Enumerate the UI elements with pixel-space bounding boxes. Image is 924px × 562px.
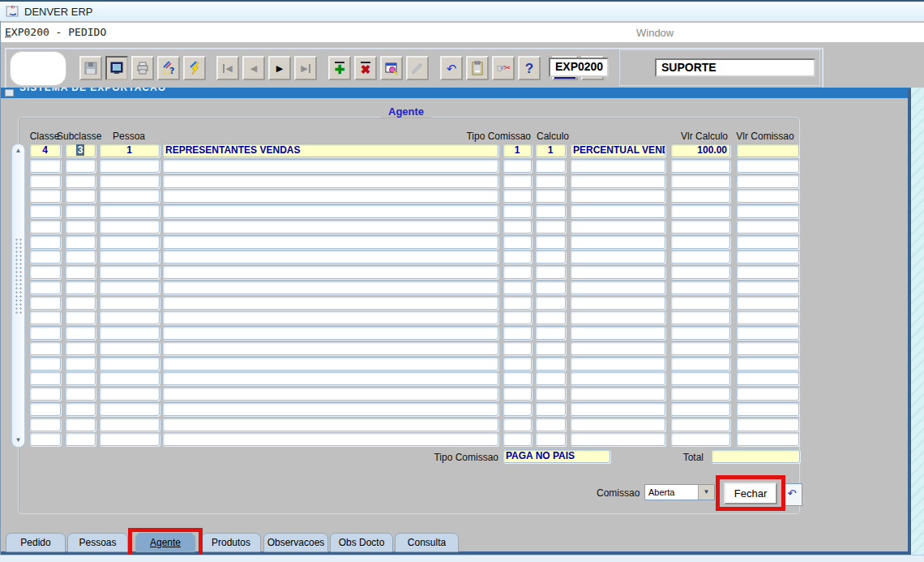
grid-cell-calculo_desc[interactable]: PERCENTUAL VENDA	[570, 144, 665, 157]
grid-cell-calculo[interactable]: 1	[535, 144, 566, 157]
grid-cell-tipo_comissao[interactable]	[503, 326, 532, 340]
grid-cell-vlr_comissao[interactable]	[736, 265, 799, 279]
grid-cell-nome[interactable]	[162, 296, 498, 310]
grid-cell-calculo_desc[interactable]	[570, 311, 665, 324]
grid-cell-vlr_comissao[interactable]	[736, 159, 799, 173]
grid-cell-calculo_desc[interactable]	[570, 174, 665, 188]
grid-cell-pessoa[interactable]	[99, 311, 160, 324]
grid-cell-classe[interactable]	[29, 418, 61, 431]
grid-cell-nome[interactable]	[162, 220, 498, 234]
grid-cell-vlr_calculo[interactable]	[670, 341, 730, 355]
grid-cell-vlr_calculo[interactable]	[670, 357, 730, 371]
grid-cell-calculo[interactable]	[535, 281, 566, 294]
grid-cell-calculo_desc[interactable]	[570, 235, 665, 249]
scrollbar-thumb[interactable]	[15, 238, 22, 315]
grid-cell-calculo_desc[interactable]	[570, 326, 665, 340]
grid-cell-classe[interactable]	[29, 341, 61, 355]
grid-cell-tipo_comissao[interactable]	[503, 250, 532, 264]
grid-cell-vlr_calculo[interactable]	[670, 432, 730, 446]
grid-cell-subclasse[interactable]	[65, 357, 96, 371]
grid-cell-nome[interactable]: REPRESENTANTES VENDAS	[162, 144, 498, 157]
grid-cell-tipo_comissao[interactable]	[503, 281, 532, 294]
grid-cell-subclasse[interactable]: 3	[65, 144, 96, 157]
scroll-down-icon[interactable]: ▼	[12, 435, 24, 446]
grid-cell-nome[interactable]	[162, 357, 498, 371]
grid-cell-vlr_calculo[interactable]	[670, 159, 730, 173]
grid-cell-subclasse[interactable]	[65, 311, 96, 324]
grid-cell-nome[interactable]	[162, 174, 498, 188]
menu-item-window[interactable]: Window	[636, 27, 674, 39]
grid-cell-calculo_desc[interactable]	[570, 159, 665, 173]
grid-cell-calculo[interactable]	[535, 235, 566, 249]
previous-record-button[interactable]: ◀	[242, 56, 265, 80]
grid-cell-tipo_comissao[interactable]	[503, 311, 532, 324]
grid-cell-tipo_comissao[interactable]	[503, 357, 532, 371]
grid-cell-classe[interactable]	[29, 311, 61, 324]
grid-cell-classe[interactable]	[29, 189, 61, 203]
scroll-up-icon[interactable]: ▲	[12, 145, 24, 157]
grid-cell-subclasse[interactable]	[65, 281, 96, 294]
grid-cell-classe[interactable]	[29, 326, 61, 340]
grid-cell-calculo[interactable]	[535, 250, 566, 264]
grid-cell-subclasse[interactable]	[65, 235, 96, 249]
grid-cell-classe[interactable]	[29, 204, 61, 218]
program-code-field[interactable]: EXP0200	[549, 58, 609, 77]
grid-cell-calculo[interactable]	[535, 371, 566, 385]
grid-cell-tipo_comissao[interactable]	[503, 220, 532, 234]
tab-observacoes[interactable]: Observacoes	[263, 533, 328, 552]
grid-cell-subclasse[interactable]	[65, 326, 96, 340]
tipo-comissao-field[interactable]: PAGA NO PAIS	[503, 449, 610, 463]
grid-cell-nome[interactable]	[162, 402, 498, 416]
help-button[interactable]: ?	[518, 56, 541, 80]
grid-cell-tipo_comissao[interactable]	[503, 371, 532, 385]
grid-cell-subclasse[interactable]	[65, 418, 96, 431]
grid-cell-nome[interactable]	[162, 418, 498, 431]
grid-cell-vlr_calculo[interactable]	[670, 371, 730, 385]
last-record-button[interactable]: ▶	[294, 56, 317, 80]
grid-cell-vlr_comissao[interactable]	[736, 311, 799, 324]
grid-cell-calculo_desc[interactable]	[570, 250, 665, 264]
screen-button[interactable]	[105, 56, 128, 80]
grid-cell-tipo_comissao[interactable]	[503, 402, 532, 416]
grid-cell-vlr_calculo[interactable]	[670, 387, 730, 401]
grid-vertical-scrollbar[interactable]: ▲ ▼	[11, 144, 25, 448]
hint-button[interactable]: ☞ ✂	[492, 56, 515, 80]
grid-cell-pessoa[interactable]	[99, 296, 160, 310]
grid-cell-pessoa[interactable]	[99, 418, 160, 431]
grid-cell-classe[interactable]	[29, 174, 61, 188]
add-record-button[interactable]: ✚	[328, 56, 351, 80]
tab-consulta[interactable]: Consulta	[395, 533, 459, 552]
grid-cell-vlr_calculo[interactable]	[670, 220, 730, 234]
grid-cell-vlr_comissao[interactable]	[736, 387, 799, 401]
grid-cell-tipo_comissao[interactable]	[503, 341, 532, 355]
comissao-dropdown[interactable]: Aberta ▼	[644, 484, 715, 500]
grid-cell-vlr_comissao[interactable]	[736, 144, 799, 157]
grid-cell-calculo[interactable]	[535, 220, 566, 234]
grid-cell-pessoa[interactable]	[99, 402, 160, 416]
grid-cell-vlr_comissao[interactable]	[736, 402, 799, 416]
grid-cell-classe[interactable]: 4	[29, 144, 61, 157]
grid-cell-classe[interactable]	[29, 296, 61, 310]
delete-record-button[interactable]: ✖	[354, 56, 377, 80]
grid-cell-vlr_comissao[interactable]	[736, 371, 799, 385]
grid-cell-tipo_comissao[interactable]	[503, 204, 532, 218]
grid-cell-classe[interactable]	[29, 220, 61, 234]
grid-cell-pessoa[interactable]	[99, 265, 160, 279]
grid-cell-pessoa[interactable]	[99, 371, 160, 385]
grid-cell-subclasse[interactable]	[65, 371, 96, 385]
grid-cell-classe[interactable]	[29, 250, 61, 264]
grid-cell-calculo_desc[interactable]	[570, 371, 665, 385]
grid-cell-subclasse[interactable]	[65, 250, 96, 264]
grid-cell-subclasse[interactable]	[65, 387, 96, 401]
chevron-down-icon[interactable]: ▼	[698, 485, 714, 500]
search-button[interactable]	[380, 56, 403, 80]
grid-cell-vlr_comissao[interactable]	[736, 250, 799, 264]
grid-cell-subclasse[interactable]	[65, 341, 96, 355]
grid-cell-vlr_comissao[interactable]	[736, 418, 799, 431]
grid-cell-pessoa[interactable]	[99, 235, 160, 249]
grid-cell-vlr_calculo[interactable]	[670, 174, 730, 188]
grid-cell-calculo_desc[interactable]	[570, 402, 665, 416]
grid-cell-pessoa[interactable]	[99, 357, 160, 371]
grid-cell-pessoa[interactable]	[99, 250, 160, 264]
tab-obs-docto[interactable]: Obs Docto	[330, 533, 393, 552]
